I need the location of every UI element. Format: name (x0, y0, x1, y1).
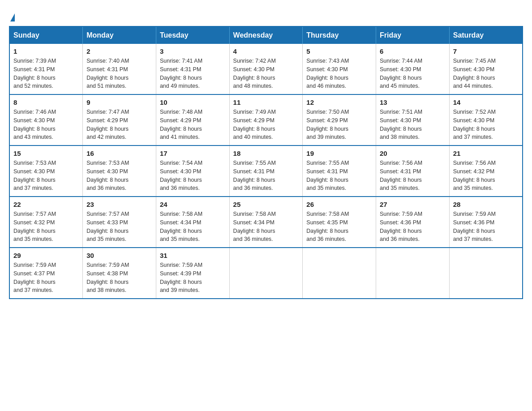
calendar-cell: 9 Sunrise: 7:47 AMSunset: 4:29 PMDayligh… (83, 94, 156, 146)
day-number: 15 (13, 150, 79, 157)
calendar-cell: 17 Sunrise: 7:54 AMSunset: 4:30 PMDaylig… (156, 146, 229, 197)
calendar-cell: 23 Sunrise: 7:57 AMSunset: 4:33 PMDaylig… (83, 197, 156, 248)
day-info: Sunrise: 7:49 AMSunset: 4:29 PMDaylight:… (233, 108, 299, 141)
calendar-cell: 22 Sunrise: 7:57 AMSunset: 4:32 PMDaylig… (9, 197, 83, 248)
calendar-cell: 10 Sunrise: 7:48 AMSunset: 4:29 PMDaylig… (156, 94, 229, 146)
day-number: 22 (13, 201, 79, 208)
day-number: 9 (86, 98, 152, 106)
calendar-cell (449, 248, 523, 299)
calendar-cell: 12 Sunrise: 7:50 AMSunset: 4:29 PMDaylig… (303, 94, 376, 146)
logo-general-line (9, 9, 15, 21)
day-info: Sunrise: 7:44 AMSunset: 4:30 PMDaylight:… (380, 57, 446, 90)
day-number: 19 (306, 150, 372, 157)
day-number: 30 (86, 252, 152, 259)
calendar-week-row: 15 Sunrise: 7:53 AMSunset: 4:30 PMDaylig… (9, 146, 523, 197)
calendar-cell: 3 Sunrise: 7:41 AMSunset: 4:31 PMDayligh… (156, 44, 229, 94)
day-number: 4 (233, 47, 299, 55)
calendar-cell: 18 Sunrise: 7:55 AMSunset: 4:31 PMDaylig… (229, 146, 303, 197)
calendar-cell: 16 Sunrise: 7:53 AMSunset: 4:30 PMDaylig… (83, 146, 156, 197)
calendar-cell: 21 Sunrise: 7:56 AMSunset: 4:32 PMDaylig… (449, 146, 523, 197)
day-info: Sunrise: 7:59 AMSunset: 4:36 PMDaylight:… (380, 210, 446, 244)
calendar-cell (376, 248, 450, 299)
day-number: 25 (233, 201, 299, 208)
calendar-cell: 1 Sunrise: 7:39 AMSunset: 4:31 PMDayligh… (9, 44, 83, 94)
day-number: 23 (86, 201, 152, 208)
day-number: 10 (160, 98, 226, 106)
calendar-cell: 24 Sunrise: 7:58 AMSunset: 4:34 PMDaylig… (156, 197, 229, 248)
day-info: Sunrise: 7:47 AMSunset: 4:29 PMDaylight:… (86, 108, 152, 141)
calendar-cell: 5 Sunrise: 7:43 AMSunset: 4:30 PMDayligh… (303, 44, 376, 94)
day-info: Sunrise: 7:46 AMSunset: 4:30 PMDaylight:… (13, 108, 79, 141)
day-info: Sunrise: 7:56 AMSunset: 4:32 PMDaylight:… (453, 159, 519, 193)
day-number: 11 (233, 98, 299, 106)
day-number: 31 (160, 252, 226, 259)
calendar-cell: 31 Sunrise: 7:59 AMSunset: 4:39 PMDaylig… (156, 248, 229, 299)
day-number: 7 (453, 47, 519, 55)
day-info: Sunrise: 7:52 AMSunset: 4:30 PMDaylight:… (453, 108, 519, 141)
calendar-cell: 30 Sunrise: 7:59 AMSunset: 4:38 PMDaylig… (83, 248, 156, 299)
calendar-cell: 27 Sunrise: 7:59 AMSunset: 4:36 PMDaylig… (376, 197, 450, 248)
day-info: Sunrise: 7:41 AMSunset: 4:31 PMDaylight:… (160, 57, 226, 90)
calendar-cell: 7 Sunrise: 7:45 AMSunset: 4:30 PMDayligh… (449, 44, 523, 94)
day-info: Sunrise: 7:48 AMSunset: 4:29 PMDaylight:… (160, 108, 226, 141)
calendar-cell: 29 Sunrise: 7:59 AMSunset: 4:37 PMDaylig… (9, 248, 83, 299)
day-info: Sunrise: 7:43 AMSunset: 4:30 PMDaylight:… (306, 57, 372, 90)
calendar-cell (303, 248, 376, 299)
day-number: 28 (453, 201, 519, 208)
day-number: 26 (306, 201, 372, 208)
day-info: Sunrise: 7:42 AMSunset: 4:30 PMDaylight:… (233, 57, 299, 90)
day-info: Sunrise: 7:39 AMSunset: 4:31 PMDaylight:… (13, 57, 79, 90)
calendar-cell: 20 Sunrise: 7:56 AMSunset: 4:31 PMDaylig… (376, 146, 450, 197)
calendar-cell: 14 Sunrise: 7:52 AMSunset: 4:30 PMDaylig… (449, 94, 523, 146)
day-info: Sunrise: 7:59 AMSunset: 4:36 PMDaylight:… (453, 210, 519, 244)
day-header-sunday: Sunday (9, 26, 83, 44)
day-info: Sunrise: 7:59 AMSunset: 4:39 PMDaylight:… (160, 261, 226, 295)
day-number: 1 (13, 47, 79, 55)
calendar-cell: 6 Sunrise: 7:44 AMSunset: 4:30 PMDayligh… (376, 44, 450, 94)
calendar-cell (229, 248, 303, 299)
day-header-saturday: Saturday (449, 26, 523, 44)
day-number: 6 (380, 47, 446, 55)
day-info: Sunrise: 7:55 AMSunset: 4:31 PMDaylight:… (233, 159, 299, 193)
day-number: 21 (453, 150, 519, 157)
day-number: 20 (380, 150, 446, 157)
day-info: Sunrise: 7:56 AMSunset: 4:31 PMDaylight:… (380, 159, 446, 193)
day-number: 3 (160, 47, 226, 55)
calendar-cell: 8 Sunrise: 7:46 AMSunset: 4:30 PMDayligh… (9, 94, 83, 146)
calendar-week-row: 8 Sunrise: 7:46 AMSunset: 4:30 PMDayligh… (9, 94, 523, 146)
calendar-table: SundayMondayTuesdayWednesdayThursdayFrid… (9, 26, 523, 299)
day-number: 13 (380, 98, 446, 106)
day-number: 16 (86, 150, 152, 157)
day-number: 5 (306, 47, 372, 55)
day-info: Sunrise: 7:57 AMSunset: 4:33 PMDaylight:… (86, 210, 152, 244)
day-header-tuesday: Tuesday (156, 26, 229, 44)
day-number: 27 (380, 201, 446, 208)
calendar-cell: 19 Sunrise: 7:55 AMSunset: 4:31 PMDaylig… (303, 146, 376, 197)
day-info: Sunrise: 7:54 AMSunset: 4:30 PMDaylight:… (160, 159, 226, 193)
day-number: 17 (160, 150, 226, 157)
calendar-cell: 13 Sunrise: 7:51 AMSunset: 4:30 PMDaylig… (376, 94, 450, 146)
calendar-cell: 4 Sunrise: 7:42 AMSunset: 4:30 PMDayligh… (229, 44, 303, 94)
calendar-week-row: 1 Sunrise: 7:39 AMSunset: 4:31 PMDayligh… (9, 44, 523, 94)
day-info: Sunrise: 7:55 AMSunset: 4:31 PMDaylight:… (306, 159, 372, 193)
day-header-wednesday: Wednesday (229, 26, 303, 44)
day-number: 29 (13, 252, 79, 259)
logo-triangle-icon (10, 13, 15, 21)
day-info: Sunrise: 7:50 AMSunset: 4:29 PMDaylight:… (306, 108, 372, 141)
day-info: Sunrise: 7:57 AMSunset: 4:32 PMDaylight:… (13, 210, 79, 244)
day-info: Sunrise: 7:40 AMSunset: 4:31 PMDaylight:… (86, 57, 152, 90)
day-header-thursday: Thursday (303, 26, 376, 44)
day-info: Sunrise: 7:53 AMSunset: 4:30 PMDaylight:… (13, 159, 79, 193)
calendar-cell: 2 Sunrise: 7:40 AMSunset: 4:31 PMDayligh… (83, 44, 156, 94)
day-info: Sunrise: 7:58 AMSunset: 4:35 PMDaylight:… (306, 210, 372, 244)
day-number: 12 (306, 98, 372, 106)
day-number: 18 (233, 150, 299, 157)
day-info: Sunrise: 7:53 AMSunset: 4:30 PMDaylight:… (86, 159, 152, 193)
calendar-cell: 15 Sunrise: 7:53 AMSunset: 4:30 PMDaylig… (9, 146, 83, 197)
day-info: Sunrise: 7:45 AMSunset: 4:30 PMDaylight:… (453, 57, 519, 90)
day-number: 24 (160, 201, 226, 208)
day-info: Sunrise: 7:58 AMSunset: 4:34 PMDaylight:… (160, 210, 226, 244)
day-header-friday: Friday (376, 26, 450, 44)
day-info: Sunrise: 7:59 AMSunset: 4:38 PMDaylight:… (86, 261, 152, 295)
calendar-cell: 25 Sunrise: 7:58 AMSunset: 4:34 PMDaylig… (229, 197, 303, 248)
